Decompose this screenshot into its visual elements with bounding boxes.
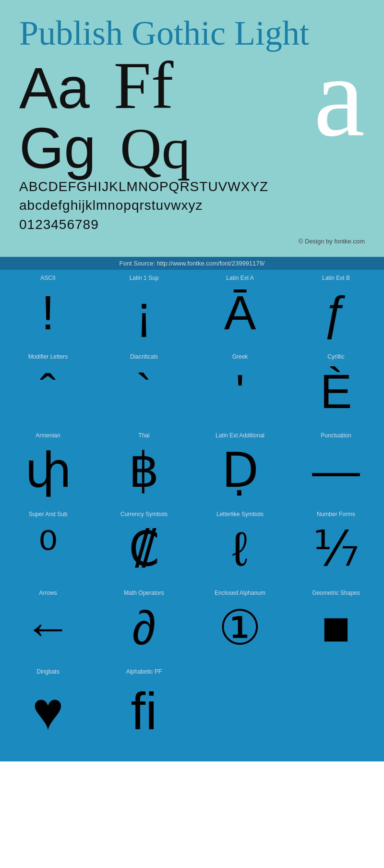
glyph-label: ASCII xyxy=(40,275,55,281)
letter-row-2: Gg Qq xyxy=(19,119,191,178)
alphabet-section: ABCDEFGHIJKLMNOPQRSTUVWXYZ abcdefghijklm… xyxy=(19,177,365,234)
glyph-label: Greek xyxy=(232,353,248,360)
glyph-cell: Math Operators∂ xyxy=(96,585,192,663)
glyph-cell: Latin Ext AdditionalḌ xyxy=(192,427,288,506)
glyph-cell: Dingbats♥ xyxy=(0,663,96,747)
glyphs-grid: ASCII!Latin 1 Sup¡Latin Ext AĀLatin Ext … xyxy=(0,270,384,663)
glyph-char: ∂ xyxy=(132,599,156,656)
glyph-label: Punctuation xyxy=(321,432,351,439)
left-letters: Aa Ff Gg Qq xyxy=(19,52,191,178)
glyph-cell: Punctuation— xyxy=(288,427,384,506)
last-glyph-row: Dingbats♥Alphabetic PFﬁ xyxy=(0,663,384,761)
glyph-cell: Modifier Lettersˆ xyxy=(0,349,96,427)
glyph-cell: Letterlike Symbolsℓ xyxy=(192,506,288,585)
letter-aa: Aa xyxy=(19,59,90,117)
letter-row-1: Aa Ff xyxy=(19,52,191,119)
hero-section: Publish Gothic Light Aa Ff Gg Qq a ABCDE… xyxy=(0,0,384,257)
glyph-cell: ASCII! xyxy=(0,270,96,349)
glyph-label: Geometric Shapes xyxy=(312,590,360,596)
glyph-char: ♥ xyxy=(32,677,63,745)
glyph-label: Thai xyxy=(138,432,149,439)
glyph-char: ƒ xyxy=(323,284,349,341)
glyph-cell: Geometric Shapes■ xyxy=(288,585,384,663)
glyph-char: ฿ xyxy=(129,441,159,499)
letter-ff: Ff xyxy=(114,52,173,119)
glyph-char: ⁰ xyxy=(38,520,58,578)
glyph-label: Cyrillic xyxy=(327,353,344,360)
uppercase-alphabet: ABCDEFGHIJKLMNOPQRSTUVWXYZ xyxy=(19,177,365,196)
glyph-char: ` xyxy=(136,362,152,420)
glyph-label: Latin Ext Additional xyxy=(216,432,264,439)
glyph-char: — xyxy=(312,441,360,499)
glyph-cell: Currency Symbols₡ xyxy=(96,506,192,585)
digits: 0123456789 xyxy=(19,215,365,234)
bottom-section: Font Source: http://www.fontke.com/font/… xyxy=(0,257,384,761)
glyph-char: ¡ xyxy=(136,284,152,341)
glyph-label: Enclosed Alphanum xyxy=(215,590,265,596)
glyph-label: Math Operators xyxy=(124,590,164,596)
glyph-cell: Number Forms⅐ xyxy=(288,506,384,585)
letter-qq: Qq xyxy=(120,120,191,178)
glyph-label: Currency Symbols xyxy=(120,511,168,518)
glyph-char: ← xyxy=(24,599,72,656)
glyph-cell: Latin Ext Bƒ xyxy=(288,270,384,349)
glyph-label: Dingbats xyxy=(36,668,59,675)
glyph-char: ﬁ xyxy=(131,677,157,745)
glyph-label: Diacriticals xyxy=(130,353,158,360)
glyph-label: Latin Ext A xyxy=(226,275,253,281)
glyph-char: փ xyxy=(25,441,72,499)
glyph-cell: Thai฿ xyxy=(96,427,192,506)
glyph-char: Ā xyxy=(224,284,256,341)
glyph-label: Letterlike Symbols xyxy=(216,511,264,518)
glyph-label: Latin Ext B xyxy=(322,275,350,281)
glyph-label: Latin 1 Sup xyxy=(130,275,159,281)
glyph-cell: CyrillicÈ xyxy=(288,349,384,427)
glyph-cell: Alphabetic PFﬁ xyxy=(96,663,192,747)
glyph-char: ₡ xyxy=(129,520,159,578)
glyph-char: ℓ xyxy=(232,520,248,578)
glyph-cell: Diacriticals` xyxy=(96,349,192,427)
glyph-char: ⅐ xyxy=(313,520,360,578)
hero-letters-container: Aa Ff Gg Qq a xyxy=(19,57,365,172)
glyph-label: Modifier Letters xyxy=(28,353,68,360)
glyph-char: ■ xyxy=(322,599,350,656)
glyph-cell: Greek' xyxy=(192,349,288,427)
lowercase-alphabet: abcdefghijklmnopqrstuvwxyz xyxy=(19,196,365,215)
copyright-text: © Design by fontke.com xyxy=(19,238,365,247)
glyph-label: Alphabetic PF xyxy=(126,668,162,675)
glyph-char: Ḍ xyxy=(222,441,259,499)
letter-gg: Gg xyxy=(19,119,96,177)
glyph-cell: Armenianփ xyxy=(0,427,96,506)
letter-a-white: a xyxy=(313,48,365,145)
glyph-char: ˆ xyxy=(40,362,56,420)
glyph-char: ' xyxy=(235,362,244,420)
glyph-cell: Enclosed Alphanum① xyxy=(192,585,288,663)
glyph-cell: Latin 1 Sup¡ xyxy=(96,270,192,349)
glyph-cell: Super And Sub⁰ xyxy=(0,506,96,585)
glyph-cell: Latin Ext AĀ xyxy=(192,270,288,349)
glyph-label: Armenian xyxy=(36,432,60,439)
glyph-label: Super And Sub xyxy=(29,511,68,518)
glyph-char: ! xyxy=(41,284,55,341)
glyph-char: ① xyxy=(218,599,262,656)
glyph-label: Number Forms xyxy=(317,511,355,518)
font-title: Publish Gothic Light xyxy=(19,14,365,52)
glyph-char: È xyxy=(320,362,352,420)
glyph-label: Arrows xyxy=(39,590,57,596)
glyph-cell: Arrows← xyxy=(0,585,96,663)
font-source-bar: Font Source: http://www.fontke.com/font/… xyxy=(0,257,384,270)
